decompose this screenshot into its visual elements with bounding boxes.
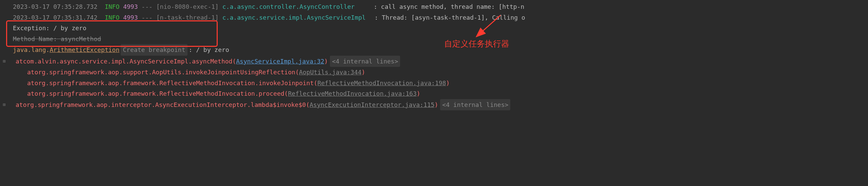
thread-name: [n-task-thread-1] [156, 12, 219, 23]
timestamp: 2023-03-17 07:35:31.742 [13, 12, 97, 23]
source-link[interactable]: ReflectiveMethodInvocation.java:198 [317, 78, 446, 89]
internal-lines-badge[interactable]: <4 internal lines> [440, 99, 510, 111]
expand-icon[interactable]: ⊞ [3, 57, 12, 66]
separator: --- [141, 12, 153, 23]
log-entry: 2023-03-17 07:35:28.732 INFO 4993 --- [n… [0, 1, 868, 12]
stack-at: at [13, 67, 35, 78]
console-log-panel: 2023-03-17 07:35:28.732 INFO 4993 --- [n… [0, 0, 868, 112]
log-entry: 2023-03-17 07:35:31.742 INFO 4993 --- [n… [0, 12, 868, 23]
logger-name: c.a.async.controller.AsyncController [222, 1, 355, 12]
pid: 4993 [123, 12, 138, 23]
separator: --- [141, 1, 153, 12]
internal-lines-badge[interactable]: <4 internal lines> [330, 56, 400, 67]
source-link[interactable]: AsyncExecutionInterceptor.java:115 [310, 99, 434, 110]
annotation-label: 自定义任务执行器 [444, 37, 509, 51]
stack-frame: ⊞ at com.alvin.async.service.impl.AsyncS… [0, 56, 868, 67]
exception-text: Exception: / by zero [13, 23, 86, 34]
stack-at: at [12, 99, 23, 110]
source-link[interactable]: AopUtils.java:344 [299, 67, 361, 78]
logger-name: c.a.async.service.impl.AsyncServiceImpl [222, 12, 366, 23]
expand-icon[interactable]: ⊞ [3, 100, 12, 109]
source-link[interactable]: ReflectiveMethodInvocation.java:163 [288, 88, 416, 99]
exception-message: : / by zero [189, 44, 229, 55]
log-level: INFO [105, 1, 119, 12]
exception-class-link[interactable]: ArithmeticException [50, 44, 119, 55]
stack-method: com.alvin.async.service.impl.AsyncServic… [23, 56, 233, 67]
stack-frame: ⊞ at org.springframework.aop.interceptor… [0, 99, 868, 111]
source-link[interactable]: AsyncServiceImpl.java:32 [236, 56, 324, 67]
log-message: : Thread: [asyn-task-thread-1], Calling … [374, 12, 525, 23]
exception-text-line: Exception: / by zero [0, 23, 868, 34]
thread-name: [nio-8080-exec-1] [156, 1, 219, 12]
stack-frame: at org.springframework.aop.framework.Ref… [0, 88, 868, 99]
stack-frame: at org.springframework.aop.support.AopUt… [0, 67, 868, 78]
stack-method: org.springframework.aop.interceptor.Asyn… [23, 99, 306, 110]
stack-frame: at org.springframework.aop.framework.Ref… [0, 78, 868, 89]
exception-package: java.lang. [13, 44, 50, 55]
stack-method: org.springframework.aop.support.AopUtils… [35, 67, 295, 78]
method-name-line: Method Name: asyncMethod [0, 34, 868, 44]
pid: 4993 [123, 1, 138, 12]
method-name-text: Method Name: asyncMethod [13, 34, 101, 44]
exception-header: java.lang.ArithmeticException Create bre… [0, 44, 868, 56]
timestamp: 2023-03-17 07:35:28.732 [13, 1, 97, 12]
log-level: INFO [105, 12, 119, 23]
stack-method: org.springframework.aop.framework.Reflec… [35, 88, 284, 99]
log-message: : call async method, thread name: [http-… [374, 1, 524, 12]
stack-method: org.springframework.aop.framework.Reflec… [35, 78, 314, 89]
stack-at: at [12, 56, 23, 67]
stack-at: at [13, 88, 35, 99]
stack-at: at [13, 78, 35, 89]
create-breakpoint-badge[interactable]: Create breakpoint [121, 44, 187, 56]
